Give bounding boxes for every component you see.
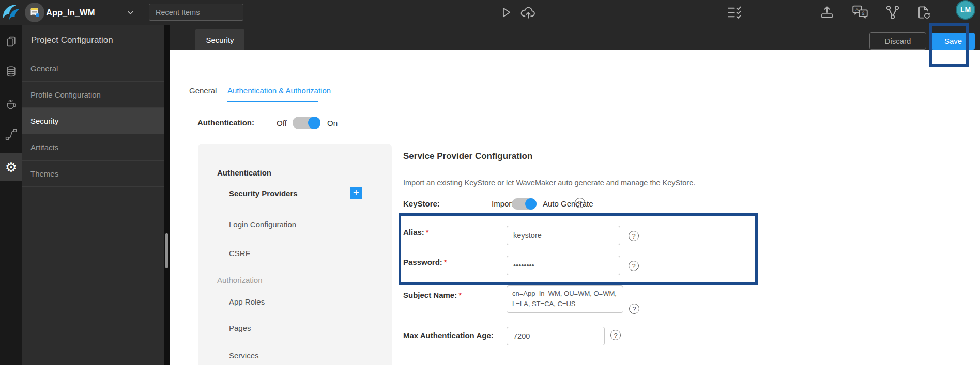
security-settings-main: General Authentication & Authorization A… [170,50,980,365]
document-tab-security[interactable]: Security [195,29,244,50]
keystore-import-label: Import [492,199,514,208]
subnav-item-services[interactable]: Services [229,351,259,360]
scrollbar-thumb[interactable] [165,233,168,268]
authentication-off-label: Off [277,119,287,128]
discard-button[interactable]: Discard [869,32,926,50]
subject-name-input[interactable]: cn=App_In_WM, OU=WM, O=WM, L=LA, ST=CA, … [507,285,623,313]
subnav-item-csrf[interactable]: CSRF [229,249,250,258]
user-avatar[interactable]: LM [956,0,975,20]
subnav-item-app-roles[interactable]: App Roles [229,297,265,306]
panel-title: Service Provider Configuration [403,151,532,162]
annotation-box-save [929,23,969,67]
wavemaker-ide: App_In_WM [0,0,980,365]
tab-authentication-authorization[interactable]: Authentication & Authorization [227,86,331,95]
sidebar-title: Project Configuration [22,25,164,55]
authentication-toggle[interactable] [293,117,320,129]
content-header: Security Discard Save [170,25,980,50]
panel-description: Import an existing KeyStore or let WaveM… [403,179,695,187]
authentication-label: Authentication: [197,118,254,127]
wavemaker-logo-icon [1,2,22,23]
export-icon[interactable] [819,5,835,20]
authentication-on-label: On [327,119,338,128]
checklist-icon[interactable] [727,6,743,19]
top-bar: App_In_WM [0,0,980,25]
annotation-box-alias-password [399,213,758,285]
max-authentication-age-label: Max Authentication Age: [403,331,494,340]
subnav-header-authentication: Authentication [217,168,271,177]
rail-connector-icon[interactable] [0,121,22,147]
sidebar-item-artifacts[interactable]: Artifacts [22,134,164,161]
subnav-item-login-configuration[interactable]: Login Configuration [229,220,296,229]
keystore-label: KeyStore: [403,199,440,208]
run-icon[interactable] [498,4,513,21]
keystore-toggle[interactable] [512,198,537,210]
sidebar-item-themes[interactable]: Themes [22,161,164,187]
panel-gutter [164,25,170,365]
chevron-down-icon[interactable] [125,7,135,18]
svg-text:A: A [855,7,859,12]
rail-pages-icon[interactable] [0,28,22,54]
subject-name-help-icon[interactable]: ? [629,304,639,314]
rail-java-services-icon[interactable] [0,90,22,116]
tab-general[interactable]: General [189,86,217,95]
subnav-item-pages[interactable]: Pages [229,324,251,332]
toggle-knob [525,198,537,210]
add-security-provider-button[interactable]: + [350,187,362,199]
sidebar-item-profile-configuration[interactable]: Profile Configuration [22,82,164,108]
security-subnav-card: Authentication Security Providers + Logi… [198,144,392,365]
subject-name-label: Subject Name:* [403,291,462,299]
subnav-header-authorization: Authorization [217,276,263,284]
deploy-cloud-upload-icon[interactable] [519,4,538,21]
svg-text:文: 文 [861,11,866,16]
sidebar-item-security[interactable]: Security [22,108,164,134]
keystore-help-icon[interactable]: ? [575,198,585,208]
project-icon[interactable] [25,3,44,22]
project-configuration-sidebar: Project Configuration General Profile Co… [22,25,164,365]
app-title: App_In_WM [46,0,95,25]
max-authentication-age-input[interactable] [507,327,605,345]
version-branch-icon[interactable] [884,4,901,21]
max-authentication-age-help-icon[interactable]: ? [610,330,621,340]
activity-rail: ⚙ [0,25,22,365]
subnav-item-security-providers[interactable]: Security Providers [229,189,298,198]
toggle-knob [308,117,320,129]
recent-items-input[interactable] [149,4,243,21]
translate-icon[interactable]: A 文 [851,4,869,21]
rail-settings-gear-icon[interactable]: ⚙ [0,153,22,181]
rail-database-icon[interactable] [0,58,22,84]
required-asterisk: * [458,291,462,299]
keystore-auto-generate-label: Auto Generate [543,199,593,208]
section-divider [403,359,959,359]
file-sync-icon[interactable] [915,5,932,20]
tabs-divider [189,102,959,102]
sidebar-item-general[interactable]: General [22,55,164,82]
